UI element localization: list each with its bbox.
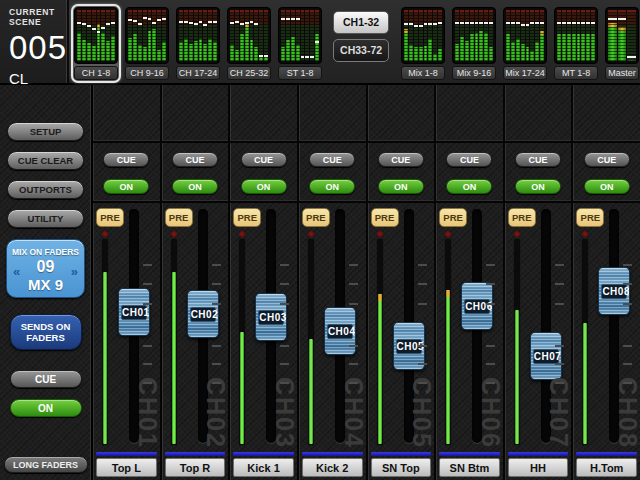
channel-name[interactable]: Top R xyxy=(165,458,226,477)
meter-bar xyxy=(128,10,132,61)
meter-bars xyxy=(125,7,169,64)
cue-button[interactable]: CUE xyxy=(309,152,355,167)
pre-badge[interactable]: PRE xyxy=(96,208,124,227)
on-button[interactable]: ON xyxy=(515,179,561,194)
channel-top-panel[interactable] xyxy=(230,85,297,143)
meter-bar xyxy=(511,10,515,61)
channel-top-panel[interactable] xyxy=(436,85,503,143)
on-button[interactable]: ON xyxy=(584,179,630,194)
channel-name[interactable]: Kick 2 xyxy=(302,458,363,477)
pre-badge[interactable]: PRE xyxy=(302,208,330,227)
channel-top-panel[interactable] xyxy=(368,85,435,143)
meter-bar xyxy=(618,10,627,61)
meter-block-mix-1-8[interactable]: Mix 1-8 xyxy=(398,4,448,83)
fader-scale-tick xyxy=(555,303,564,305)
channel-top-panel[interactable] xyxy=(162,85,229,143)
fader-cap[interactable]: CH08 xyxy=(598,267,630,315)
channel-name[interactable]: H.Tom xyxy=(576,458,637,477)
on-button[interactable]: ON xyxy=(241,179,287,194)
mix-prev-arrow-icon[interactable]: « xyxy=(13,264,20,279)
pre-badge[interactable]: PRE xyxy=(233,208,261,227)
fader-cap[interactable]: CH07 xyxy=(530,332,562,380)
pre-badge[interactable]: PRE xyxy=(508,208,536,227)
on-button[interactable]: ON xyxy=(378,179,424,194)
sends-on-faders-button[interactable]: SENDS ON FADERS xyxy=(10,314,82,350)
setup-button[interactable]: SETUP xyxy=(7,122,84,141)
cue-clear-button[interactable]: CUE CLEAR xyxy=(7,151,84,170)
meter-block-ch-25-32[interactable]: CH 25-32 xyxy=(224,4,274,83)
fader-cap[interactable]: CH01 xyxy=(118,288,150,336)
meter-bar xyxy=(608,10,617,61)
channel-name[interactable]: SN Top xyxy=(371,458,432,477)
channel-name[interactable]: HH xyxy=(508,458,569,477)
meter-track xyxy=(171,239,177,445)
channel-name[interactable]: Top L xyxy=(96,458,157,477)
meter-block-mix-17-24[interactable]: Mix 17-24 xyxy=(500,4,550,83)
channel-color-bar xyxy=(576,452,637,456)
meter-bar xyxy=(424,10,428,61)
on-button[interactable]: ON xyxy=(172,179,218,194)
channel-name[interactable]: Kick 1 xyxy=(233,458,294,477)
channel-top-panel[interactable] xyxy=(93,85,160,143)
channel-meter xyxy=(307,231,315,447)
meter-block-ch-17-24[interactable]: CH 17-24 xyxy=(173,4,223,83)
cue-button[interactable]: CUE xyxy=(378,152,424,167)
fader-cap[interactable]: CH03 xyxy=(255,293,287,341)
mix-next-arrow-icon[interactable]: » xyxy=(71,264,78,279)
channel-watermark: CH05 xyxy=(409,377,434,449)
cue-button[interactable]: CUE xyxy=(172,152,218,167)
meter-bar xyxy=(240,10,244,61)
cue-button[interactable]: CUE xyxy=(103,152,149,167)
channel-top-panel[interactable] xyxy=(573,85,640,143)
meter-block-st-1-8[interactable]: ST 1-8 xyxy=(275,4,325,83)
meter-bars xyxy=(503,7,547,64)
meter-bar xyxy=(143,10,147,61)
channel-footer: H.Tom xyxy=(573,451,640,480)
channel-buttons: CUE ON xyxy=(436,143,503,203)
fader-cap[interactable]: CH02 xyxy=(187,290,219,338)
meter-bars xyxy=(452,7,496,64)
master-cue-button[interactable]: CUE xyxy=(10,370,82,388)
meter-bar xyxy=(213,10,217,61)
channel-name[interactable]: SN Btm xyxy=(439,458,500,477)
utility-button[interactable]: UTILITY xyxy=(7,209,84,228)
pre-badge[interactable]: PRE xyxy=(576,208,604,227)
meter-block-mix-9-16[interactable]: Mix 9-16 xyxy=(449,4,499,83)
fader-scale-tick xyxy=(280,283,289,285)
mix-on-faders-panel[interactable]: MIX ON FADERS « » 09 MX 9 xyxy=(6,239,85,298)
on-button[interactable]: ON xyxy=(103,179,149,194)
pre-badge[interactable]: PRE xyxy=(439,208,467,227)
meter-bar xyxy=(264,10,268,61)
meter-bar xyxy=(506,10,510,61)
cue-button[interactable]: CUE xyxy=(584,152,630,167)
fader-scale-tick xyxy=(555,382,564,384)
meter-bar xyxy=(97,10,101,61)
fader-scale-tick xyxy=(418,382,427,384)
master-on-button[interactable]: ON xyxy=(10,399,82,417)
meter-bar xyxy=(208,10,212,61)
meter-block-master[interactable]: Master xyxy=(602,4,640,83)
cue-button[interactable]: CUE xyxy=(446,152,492,167)
pre-badge[interactable]: PRE xyxy=(371,208,399,227)
meter-bar xyxy=(557,10,561,61)
cue-button[interactable]: CUE xyxy=(515,152,561,167)
meter-bar xyxy=(194,10,198,61)
current-scene-panel[interactable]: CURRENT SCENE 005 CL series xyxy=(0,0,69,83)
outports-button[interactable]: OUTPORTS xyxy=(7,180,84,199)
bank-button-ch33-72[interactable]: CH33-72 xyxy=(333,39,389,62)
long-faders-button[interactable]: LONG FADERS xyxy=(4,456,88,473)
meter-block-ch-1-8[interactable]: CH 1-8 xyxy=(71,4,121,83)
on-button[interactable]: ON xyxy=(446,179,492,194)
meter-block-ch-9-16[interactable]: CH 9-16 xyxy=(122,4,172,83)
channel-top-panel[interactable] xyxy=(299,85,366,143)
pre-badge[interactable]: PRE xyxy=(165,208,193,227)
bank-button-ch1-32[interactable]: CH1-32 xyxy=(333,11,389,34)
fader-cap[interactable]: CH04 xyxy=(324,307,356,355)
on-button[interactable]: ON xyxy=(309,179,355,194)
fader-scale-tick xyxy=(349,363,358,365)
channel-top-panel[interactable] xyxy=(505,85,572,143)
meter-block-mt-1-8[interactable]: MT 1-8 xyxy=(551,4,601,83)
fader-cap[interactable]: CH06 xyxy=(461,282,493,330)
fader-scale-tick xyxy=(486,303,495,305)
cue-button[interactable]: CUE xyxy=(241,152,287,167)
